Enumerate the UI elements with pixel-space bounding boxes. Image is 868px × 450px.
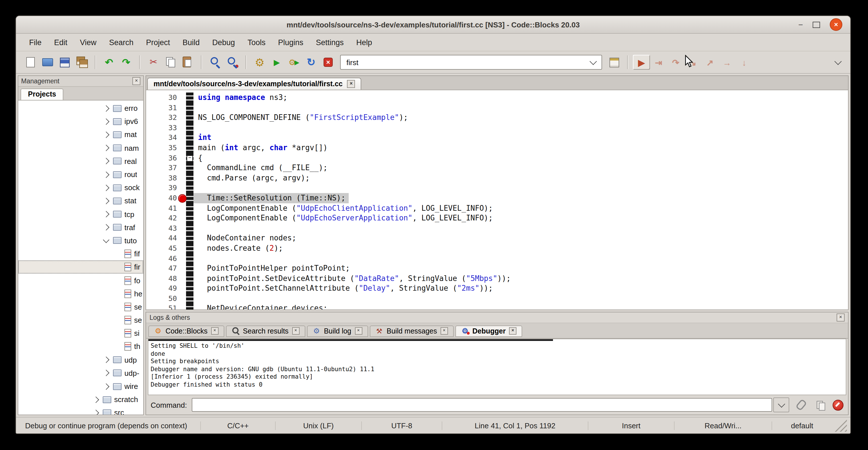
tree-item-erro[interactable]: erro: [18, 102, 143, 115]
menu-settings[interactable]: Settings: [310, 36, 350, 49]
chevron-right-icon[interactable]: [93, 396, 99, 403]
chevron-right-icon[interactable]: [103, 158, 110, 164]
breakpoint-margin[interactable]: [186, 163, 193, 173]
tree-item-src[interactable]: src: [18, 406, 143, 415]
find-icon[interactable]: [207, 55, 224, 70]
chevron-right-icon[interactable]: [103, 171, 110, 178]
save-icon[interactable]: [56, 55, 73, 70]
tree-item-th[interactable]: th: [18, 340, 143, 353]
tree-item-ipv6[interactable]: ipv6: [18, 115, 143, 128]
editor-tab[interactable]: mnt/dev/tools/source/ns-3-dev/examples/t…: [147, 78, 362, 90]
next-instruction-icon[interactable]: [718, 55, 736, 70]
menu-help[interactable]: Help: [350, 36, 379, 49]
undo-icon[interactable]: [100, 55, 118, 70]
rebuild-icon[interactable]: [303, 55, 319, 70]
chevron-right-icon[interactable]: [103, 383, 110, 390]
logs-tab-search-results[interactable]: Search results: [226, 325, 305, 337]
breakpoint-margin[interactable]: [186, 253, 193, 263]
breakpoint-margin[interactable]: [186, 133, 193, 143]
toolbar-overflow-icon[interactable]: [831, 61, 845, 64]
menu-debug[interactable]: Debug: [206, 36, 241, 49]
logs-close-icon[interactable]: [837, 313, 845, 322]
menu-view[interactable]: View: [73, 36, 103, 49]
tree-item-si[interactable]: si: [18, 327, 143, 340]
abort-build-icon[interactable]: [319, 55, 337, 70]
fold-marker-icon[interactable]: −: [187, 155, 193, 161]
build-icon[interactable]: [251, 55, 268, 70]
tree-item-se[interactable]: se: [18, 313, 143, 327]
breakpoint-margin[interactable]: [186, 294, 193, 303]
save-all-icon[interactable]: [73, 55, 90, 70]
close-button[interactable]: ×: [830, 18, 842, 31]
chevron-right-icon[interactable]: [103, 198, 110, 204]
resize-grip-icon[interactable]: [834, 419, 847, 432]
breakpoint-margin[interactable]: [186, 193, 193, 203]
menu-tools[interactable]: Tools: [241, 36, 272, 49]
breakpoint-margin[interactable]: [186, 173, 193, 183]
menu-build[interactable]: Build: [176, 36, 206, 49]
projects-tree[interactable]: erroipv6matnamrealroutsockstattcptraftut…: [18, 100, 143, 415]
breakpoint-margin[interactable]: [186, 123, 193, 133]
chevron-right-icon[interactable]: [103, 105, 110, 112]
tree-item-he[interactable]: he: [18, 287, 143, 300]
breakpoint-margin[interactable]: [186, 303, 193, 309]
titlebar[interactable]: mnt/dev/tools/source/ns-3-dev/examples/t…: [16, 16, 850, 34]
step-into-instruction-icon[interactable]: [736, 55, 753, 70]
tree-item-traf[interactable]: traf: [18, 221, 143, 234]
chevron-right-icon[interactable]: [103, 118, 110, 125]
select-target-icon[interactable]: [606, 55, 623, 70]
close-tab-icon[interactable]: [509, 327, 517, 335]
chevron-right-icon[interactable]: [103, 145, 110, 151]
chevron-right-icon[interactable]: [103, 184, 110, 191]
breakpoint-margin[interactable]: [186, 102, 193, 113]
chevron-right-icon[interactable]: [103, 211, 110, 217]
new-file-icon[interactable]: [22, 55, 39, 70]
tree-item-stat[interactable]: stat: [18, 194, 143, 208]
editor-tab-close-icon[interactable]: [347, 80, 355, 88]
paste-icon[interactable]: [179, 55, 196, 70]
tree-item-mat[interactable]: mat: [18, 128, 143, 141]
menu-edit[interactable]: Edit: [48, 36, 74, 49]
redo-icon[interactable]: [118, 55, 135, 70]
management-close-icon[interactable]: [132, 77, 141, 85]
tree-item-scratch[interactable]: scratch: [18, 393, 143, 406]
breakpoint-margin[interactable]: [186, 183, 193, 193]
menu-file[interactable]: File: [23, 36, 48, 49]
menu-plugins[interactable]: Plugins: [272, 36, 310, 49]
minimize-button[interactable]: −: [798, 22, 803, 27]
tree-item-wire[interactable]: wire: [18, 380, 143, 393]
logs-tab-debugger[interactable]: Debugger: [456, 325, 523, 337]
tree-item-se[interactable]: se: [18, 300, 143, 313]
open-icon[interactable]: [39, 55, 56, 70]
run-icon[interactable]: [268, 55, 285, 70]
next-line-icon[interactable]: [667, 55, 684, 70]
breakpoint-margin[interactable]: [186, 223, 193, 233]
chevron-right-icon[interactable]: [103, 357, 110, 363]
tree-item-udp[interactable]: udp: [18, 353, 143, 366]
breakpoint-margin[interactable]: [186, 92, 193, 102]
command-dropdown-button[interactable]: [773, 397, 789, 412]
tree-item-rout[interactable]: rout: [18, 168, 143, 181]
breakpoint-margin[interactable]: [186, 263, 193, 273]
tree-item-fo[interactable]: fo: [18, 274, 143, 287]
command-input[interactable]: [191, 398, 772, 412]
tree-item-udp[interactable]: udp-: [18, 367, 143, 380]
tree-item-fir[interactable]: fir: [18, 261, 143, 274]
replace-icon[interactable]: [224, 55, 241, 70]
chevron-down-icon[interactable]: [103, 237, 110, 243]
breakpoint-margin[interactable]: [186, 113, 193, 122]
attach-icon[interactable]: [794, 399, 809, 411]
tree-item-tuto[interactable]: tuto: [18, 234, 143, 247]
tree-item-nam[interactable]: nam: [18, 141, 143, 154]
stop-debugger-icon[interactable]: [833, 399, 843, 410]
chevron-right-icon[interactable]: [93, 410, 99, 415]
chevron-right-icon[interactable]: [103, 132, 110, 138]
breakpoint-margin[interactable]: [186, 203, 193, 213]
breakpoint-margin[interactable]: [186, 233, 193, 243]
breakpoint-margin[interactable]: [186, 283, 193, 294]
breakpoint-margin[interactable]: [186, 143, 193, 153]
tree-item-tcp[interactable]: tcp: [18, 208, 143, 221]
tree-item-fif[interactable]: fif: [18, 247, 143, 261]
copy-output-icon[interactable]: [813, 399, 828, 411]
breakpoint-margin[interactable]: [186, 243, 193, 253]
